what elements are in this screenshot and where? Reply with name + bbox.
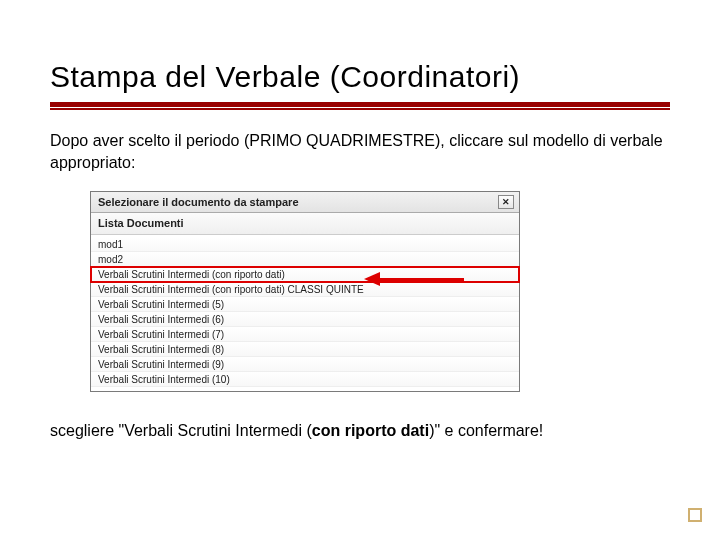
dialog-caption: Selezionare il documento da stampare	[98, 196, 299, 208]
list-item[interactable]: Verbali Scrutini Intermedi (7)	[91, 327, 519, 342]
dialog-subheader: Lista Documenti	[91, 213, 519, 235]
list-item[interactable]: mod1	[91, 237, 519, 252]
close-icon[interactable]: ✕	[498, 195, 514, 209]
list-item[interactable]: mod2	[91, 252, 519, 267]
intro-text: Dopo aver scelto il periodo (PRIMO QUADR…	[50, 130, 670, 173]
outro-prefix: scegliere "Verbali Scrutini Intermedi (	[50, 422, 312, 439]
list-item[interactable]: Verbali Scrutini Intermedi (con riporto …	[91, 282, 519, 297]
outro-text: scegliere "Verbali Scrutini Intermedi (c…	[50, 420, 670, 442]
list-item[interactable]: Verbali Scrutini Intermedi (8)	[91, 342, 519, 357]
outro-bold: con riporto dati	[312, 422, 429, 439]
dialog-screenshot: Selezionare il documento da stampare ✕ L…	[90, 191, 520, 392]
dialog-titlebar: Selezionare il documento da stampare ✕	[91, 192, 519, 213]
slide: Stampa del Verbale (Coordinatori) Dopo a…	[0, 0, 720, 540]
list-item[interactable]: Verbali Scrutini Intermedi (9)	[91, 357, 519, 372]
list-item[interactable]: Verbali Scrutini Intermedi (10)	[91, 372, 519, 387]
print-dialog: Selezionare il documento da stampare ✕ L…	[90, 191, 520, 392]
list-item[interactable]: Verbali Scrutini Intermedi (con riporto …	[91, 267, 519, 282]
outro-suffix: )" e confermare!	[429, 422, 543, 439]
document-list: mod1mod2Verbali Scrutini Intermedi (con …	[91, 235, 519, 391]
slide-title: Stampa del Verbale (Coordinatori)	[50, 60, 670, 94]
corner-decoration-icon	[688, 508, 702, 522]
title-underline	[50, 102, 670, 110]
list-item[interactable]: Verbali Scrutini Intermedi (6)	[91, 312, 519, 327]
list-item[interactable]: Verbali Scrutini Intermedi (5)	[91, 297, 519, 312]
